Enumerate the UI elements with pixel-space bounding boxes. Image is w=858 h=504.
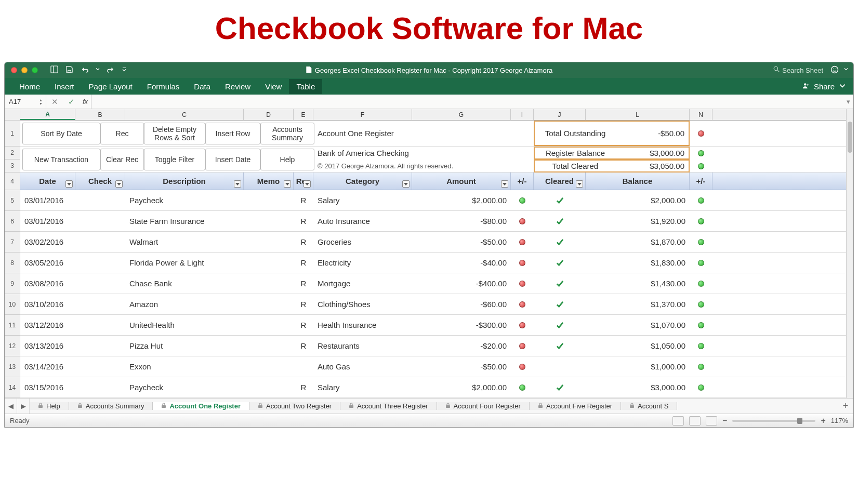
qat-customize-icon[interactable] bbox=[122, 65, 126, 75]
cell-memo[interactable] bbox=[244, 273, 294, 294]
cell-category[interactable]: Groceries bbox=[313, 232, 412, 252]
table-row[interactable]: 03/01/2016State Farm InsuranceRAuto Insu… bbox=[20, 211, 846, 232]
cell-amount[interactable]: -$80.00 bbox=[412, 211, 511, 231]
sheet-tab-accounts-summary[interactable]: Accounts Summary bbox=[69, 402, 153, 410]
col-category[interactable]: Category bbox=[313, 173, 412, 190]
rec-button[interactable]: Rec bbox=[100, 123, 144, 144]
ribbon-tab-table[interactable]: Table bbox=[289, 79, 322, 94]
col-header-N[interactable]: N bbox=[690, 109, 712, 120]
table-row[interactable]: 03/10/2016AmazonRClothing/Shoes-$60.00$1… bbox=[20, 294, 846, 315]
close-window-button[interactable] bbox=[11, 67, 17, 73]
row-header-13[interactable]: 13 bbox=[5, 356, 20, 377]
col-balance[interactable]: Balance bbox=[586, 173, 690, 190]
row-header-5[interactable]: 5 bbox=[5, 190, 20, 211]
table-row[interactable]: 03/12/2016UnitedHealthRHealth Insurance-… bbox=[20, 315, 846, 336]
cell-date[interactable]: 03/01/2016 bbox=[20, 211, 75, 231]
sheet-tab-account-s[interactable]: Account S bbox=[621, 402, 677, 410]
cell-cleared[interactable] bbox=[534, 273, 586, 294]
col-header-J[interactable]: J bbox=[534, 109, 586, 120]
fx-label[interactable]: fx bbox=[80, 98, 91, 105]
zoom-in-button[interactable]: + bbox=[821, 416, 825, 426]
col-header-C[interactable]: C bbox=[125, 109, 244, 120]
row-header-14[interactable]: 14 bbox=[5, 377, 20, 398]
cell-cleared[interactable] bbox=[534, 253, 586, 273]
table-row[interactable]: 03/15/2016PaycheckRSalary$2,000.00$3,000… bbox=[20, 377, 846, 398]
cell-amount[interactable]: -$50.00 bbox=[412, 232, 511, 252]
cell-date[interactable]: 03/01/2016 bbox=[20, 190, 75, 210]
prev-sheet-button[interactable]: ◀ bbox=[5, 399, 17, 414]
sheet-tab-account-five-register[interactable]: Account Five Register bbox=[530, 402, 621, 410]
save-icon[interactable] bbox=[65, 65, 73, 75]
ribbon-tab-data[interactable]: Data bbox=[187, 79, 218, 94]
table-row[interactable]: 03/14/2016ExxonAuto Gas-$50.00$1,000.00 bbox=[20, 356, 846, 377]
col-[interactable]: +/- bbox=[511, 173, 534, 190]
sheet-tab-account-four-register[interactable]: Account Four Register bbox=[437, 402, 530, 410]
cell-description[interactable]: Paycheck bbox=[125, 377, 244, 397]
cell-memo[interactable] bbox=[244, 232, 294, 252]
row-header-10[interactable]: 10 bbox=[5, 294, 20, 315]
row-header-6[interactable]: 6 bbox=[5, 211, 20, 232]
ribbon-tab-insert[interactable]: Insert bbox=[47, 79, 82, 94]
layout-icon[interactable] bbox=[50, 65, 58, 75]
sheet-tab-account-two-register[interactable]: Account Two Register bbox=[249, 402, 340, 410]
next-sheet-button[interactable]: ▶ bbox=[17, 399, 30, 414]
row-header-7[interactable]: 7 bbox=[5, 232, 20, 253]
row-header-1[interactable]: 1 bbox=[5, 121, 20, 147]
cell-cleared[interactable] bbox=[534, 356, 586, 377]
add-sheet-button[interactable]: + bbox=[838, 401, 853, 412]
accounts-summary-button[interactable]: Accounts Summary bbox=[260, 123, 314, 144]
insert-date-button[interactable]: Insert Date bbox=[205, 149, 260, 170]
filter-icon[interactable] bbox=[501, 180, 508, 188]
cell-description[interactable]: Florida Power & Light bbox=[125, 253, 244, 273]
cell-check[interactable] bbox=[75, 190, 125, 210]
vertical-scrollbar[interactable] bbox=[846, 109, 853, 398]
cell-check[interactable] bbox=[75, 356, 125, 377]
cell-amount[interactable]: -$400.00 bbox=[412, 273, 511, 294]
filter-icon[interactable] bbox=[65, 180, 73, 188]
accept-formula-icon[interactable]: ✓ bbox=[63, 97, 80, 107]
col-check[interactable]: Check bbox=[75, 173, 125, 190]
row-header-9[interactable]: 9 bbox=[5, 273, 20, 294]
cell-cleared[interactable] bbox=[534, 190, 586, 210]
ribbon-tab-review[interactable]: Review bbox=[218, 79, 258, 94]
toggle-filter-button[interactable]: Toggle Filter bbox=[144, 149, 205, 170]
cell-date[interactable]: 03/13/2016 bbox=[20, 336, 75, 356]
cell-memo[interactable] bbox=[244, 356, 294, 377]
cell-amount[interactable]: -$20.00 bbox=[412, 336, 511, 356]
sheet-tab-account-one-register[interactable]: Account One Register bbox=[153, 402, 249, 410]
undo-icon[interactable] bbox=[81, 65, 88, 75]
cell-category[interactable]: Salary bbox=[313, 377, 412, 397]
col-header-E[interactable]: E bbox=[294, 109, 313, 120]
cell-rec[interactable]: R bbox=[294, 190, 313, 210]
col-header-L[interactable]: L bbox=[586, 109, 690, 120]
cell-cleared[interactable] bbox=[534, 315, 586, 335]
cell-amount[interactable]: -$300.00 bbox=[412, 315, 511, 335]
cell-description[interactable]: Amazon bbox=[125, 294, 244, 314]
cell-date[interactable]: 03/05/2016 bbox=[20, 253, 75, 273]
cell-cleared[interactable] bbox=[534, 336, 586, 356]
share-button[interactable]: Share bbox=[814, 82, 835, 91]
cell-rec[interactable]: R bbox=[294, 211, 313, 231]
cell-category[interactable]: Restaurants bbox=[313, 336, 412, 356]
help-button[interactable]: Help bbox=[260, 149, 314, 170]
minimize-window-button[interactable] bbox=[21, 67, 28, 73]
zoom-slider[interactable] bbox=[732, 420, 815, 422]
cell-cleared[interactable] bbox=[534, 377, 586, 397]
cell-category[interactable]: Auto Insurance bbox=[313, 211, 412, 231]
ribbon-collapse-icon[interactable] bbox=[839, 82, 846, 91]
sheet-tab-account-three-register[interactable]: Account Three Register bbox=[340, 402, 437, 410]
ribbon-tab-view[interactable]: View bbox=[258, 79, 289, 94]
col-cleared[interactable]: Cleared bbox=[534, 173, 586, 190]
cell-check[interactable] bbox=[75, 273, 125, 294]
feedback-smile-icon[interactable] bbox=[830, 65, 844, 75]
cell-cleared[interactable] bbox=[534, 232, 586, 252]
cell-amount[interactable]: -$40.00 bbox=[412, 253, 511, 273]
page-break-button[interactable] bbox=[706, 416, 717, 426]
zoom-out-button[interactable]: − bbox=[722, 416, 727, 426]
cell-memo[interactable] bbox=[244, 377, 294, 397]
col-rec[interactable]: Rec bbox=[294, 173, 313, 190]
name-box[interactable]: A17 bbox=[9, 98, 39, 105]
cell-check[interactable] bbox=[75, 232, 125, 252]
sort-by-date-button[interactable]: Sort By Date bbox=[22, 123, 100, 144]
feedback-dropdown-icon[interactable] bbox=[844, 65, 853, 75]
